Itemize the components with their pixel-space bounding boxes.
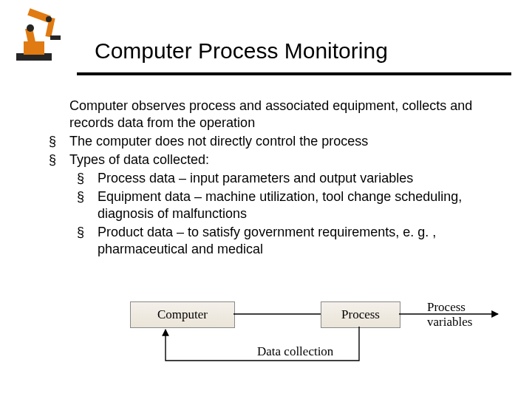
svg-rect-1 — [24, 41, 44, 55]
diagram-box-process: Process — [321, 301, 400, 328]
slide-title: Computer Process Monitoring — [95, 38, 388, 64]
industrial-robot-icon — [12, 4, 69, 64]
label-process-variables: Process variables — [427, 300, 501, 330]
subbullet-process-data: Process data – input parameters and outp… — [69, 170, 501, 187]
svg-point-6 — [46, 16, 52, 22]
svg-point-5 — [27, 24, 34, 32]
subbullet-equipment-data: Equipment data – machine utilization, to… — [69, 188, 501, 222]
bullet-list: Computer observes process and associated… — [35, 98, 501, 258]
sub-bullet-list: Process data – input parameters and outp… — [69, 170, 501, 258]
slide: Computer Process Monitoring Computer obs… — [0, 0, 532, 399]
svg-rect-7 — [50, 35, 61, 40]
bullet-types-label: Types of data collected: — [69, 152, 209, 167]
diagram-box-computer: Computer — [130, 301, 235, 328]
bullet-no-control: The computer does not directly control t… — [35, 133, 501, 150]
bullet-types: Types of data collected: Process data – … — [35, 151, 501, 258]
title-underline — [77, 72, 511, 75]
slide-header: Computer Process Monitoring — [0, 0, 532, 83]
subbullet-product-data: Product data – to satisfy government req… — [69, 224, 501, 258]
process-diagram: Computer Process Process variables Data … — [35, 296, 501, 384]
intro-text: Computer observes process and associated… — [35, 98, 501, 132]
slide-body: Computer observes process and associated… — [35, 98, 501, 259]
label-data-collection: Data collection — [257, 344, 333, 359]
